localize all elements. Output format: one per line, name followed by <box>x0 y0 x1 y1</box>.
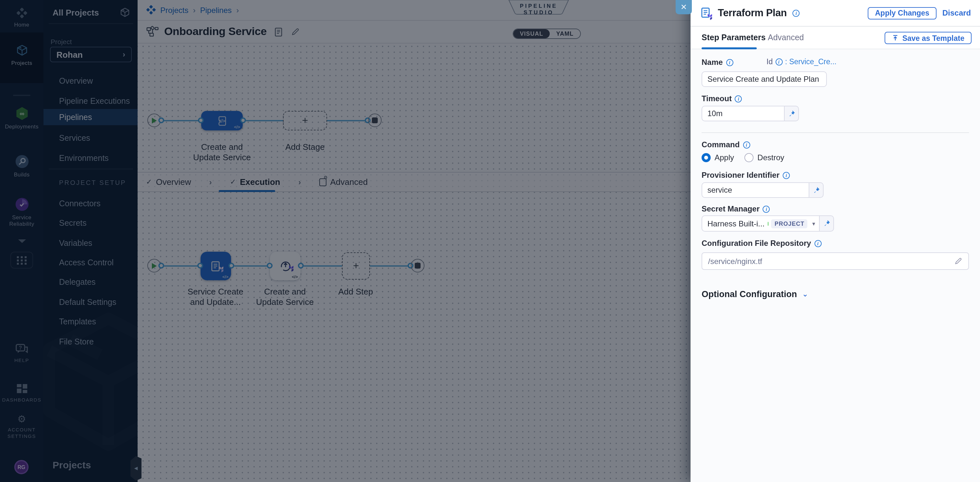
config-repo-field-label: Configuration File Repository i <box>702 239 821 248</box>
terraform-mark-icon <box>707 13 713 20</box>
tab-advanced[interactable]: Advanced <box>768 33 804 42</box>
name-input[interactable] <box>702 71 827 87</box>
config-repo-value: /service/nginx.tf <box>708 257 762 266</box>
optional-configuration-label: Optional Configuration <box>702 289 797 299</box>
field-label-text: Configuration File Repository <box>702 239 811 248</box>
pin-icon <box>787 109 796 118</box>
info-icon[interactable]: i <box>814 240 821 247</box>
scope-badge: PROJECT <box>772 219 808 228</box>
close-panel-button[interactable]: ✕ <box>676 0 692 14</box>
panel-body: Name i Id i : Service_Cre... Timeout i C… <box>690 49 980 482</box>
field-label-text: Command <box>702 140 740 149</box>
config-file-repository-input[interactable]: /service/nginx.tf <box>702 252 969 270</box>
app-root: Home Projects ∞ Deployments Builds <box>0 0 980 482</box>
section-divider <box>702 132 969 133</box>
command-radio-group: Apply Destroy <box>702 153 784 162</box>
info-icon[interactable]: i <box>793 10 800 17</box>
id-label: Id <box>767 58 773 65</box>
radio-apply[interactable]: Apply <box>702 153 734 162</box>
provisioner-input-type-button[interactable] <box>809 182 824 198</box>
connector-status-dot <box>768 222 768 225</box>
secret-manager-field-label: Secret Manager i <box>702 205 770 213</box>
field-label-text: Timeout <box>702 94 732 103</box>
chevron-down-icon: ▾ <box>812 220 815 227</box>
id-value-link[interactable]: : Service_Cre... <box>785 58 837 65</box>
radio-destroy[interactable]: Destroy <box>745 153 784 162</box>
timeout-input-type-button[interactable] <box>785 106 799 121</box>
provisioner-field-label: Provisioner Identifier i <box>702 171 790 180</box>
provisioner-identifier-input[interactable] <box>702 182 809 198</box>
radio-unselected-icon <box>745 153 754 162</box>
terraform-plan-icon <box>701 7 712 19</box>
tab-step-parameters[interactable]: Step Parameters <box>702 33 765 42</box>
secret-manager-select[interactable]: Harness Built-i... PROJECT ▾ <box>702 216 820 231</box>
info-icon[interactable]: i <box>775 58 783 65</box>
secret-manager-input-type-button[interactable] <box>820 216 834 231</box>
timeout-field-label: Timeout i <box>702 94 742 103</box>
panel-title: Terraform Plan <box>718 7 787 19</box>
info-icon[interactable]: i <box>763 205 770 212</box>
radio-selected-icon <box>702 153 711 162</box>
save-as-template-button[interactable]: Save as Template <box>885 32 972 44</box>
info-icon[interactable]: i <box>783 171 790 179</box>
info-icon[interactable]: i <box>726 59 733 66</box>
modal-dim-overlay[interactable] <box>0 0 690 482</box>
panel-header: Terraform Plan i Apply Changes Discard <box>690 0 980 27</box>
chevron-down-icon: ⌄ <box>802 290 808 298</box>
panel-tabs: Step Parameters Advanced Save as Templat… <box>690 27 980 49</box>
field-label-text: Name <box>702 58 723 67</box>
pin-icon <box>822 219 831 228</box>
field-label-text: Secret Manager <box>702 205 760 213</box>
radio-label: Destroy <box>757 153 784 162</box>
secret-manager-value: Harness Built-i... <box>707 219 765 228</box>
step-config-panel: Terraform Plan i Apply Changes Discard S… <box>690 0 980 482</box>
edit-pencil-icon[interactable] <box>954 257 963 265</box>
timeout-input[interactable] <box>702 106 785 121</box>
name-field-label: Name i <box>702 58 733 67</box>
info-icon[interactable]: i <box>735 95 742 102</box>
command-field-label: Command i <box>702 140 750 149</box>
save-as-template-label: Save as Template <box>902 34 964 42</box>
optional-configuration-toggle[interactable]: Optional Configuration ⌄ <box>702 289 808 299</box>
pin-icon <box>812 186 820 194</box>
discard-button[interactable]: Discard <box>942 8 971 17</box>
apply-changes-button[interactable]: Apply Changes <box>868 7 937 19</box>
step-id-row: Id i : Service_Cre... <box>767 58 837 65</box>
radio-label: Apply <box>714 153 734 162</box>
field-label-text: Provisioner Identifier <box>702 171 780 180</box>
upload-icon <box>892 34 899 41</box>
info-icon[interactable]: i <box>743 141 750 148</box>
